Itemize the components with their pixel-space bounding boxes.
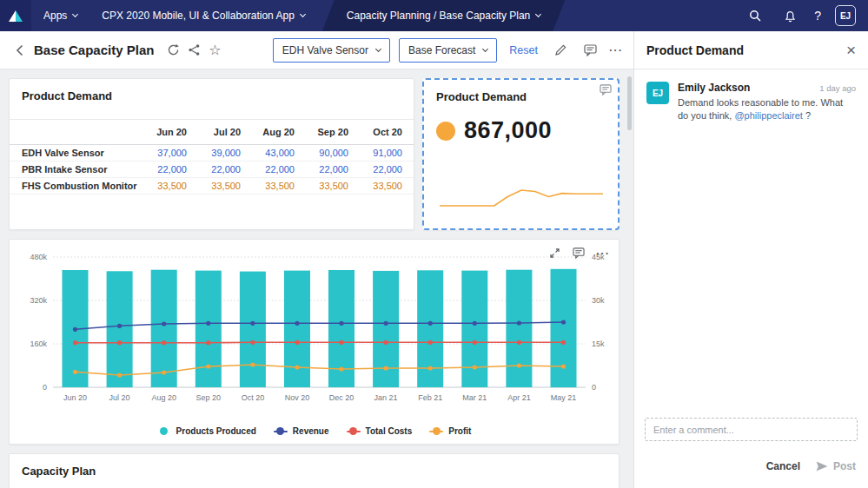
- page-selector-dropdown[interactable]: EDH Valve Sensor: [273, 38, 390, 63]
- svg-text:Feb 21: Feb 21: [418, 393, 442, 402]
- edit-pencil-icon[interactable]: [550, 40, 571, 61]
- post-button[interactable]: Post: [816, 460, 856, 472]
- column-header[interactable]: Oct 20: [355, 127, 409, 137]
- column-header[interactable]: Sep 20: [301, 127, 355, 137]
- table-cell[interactable]: 33,500: [301, 181, 355, 191]
- capacity-plan-card[interactable]: Capacity Plan: [9, 453, 620, 488]
- page-title: Base Capacity Plan: [34, 43, 154, 57]
- svg-text:Jun 20: Jun 20: [63, 393, 87, 402]
- comments-panel: Product Demand × EJ Emily Jackson 1 day …: [633, 31, 868, 488]
- row-label[interactable]: PBR Intake Sensor: [10, 164, 140, 175]
- chevron-down-icon: [375, 45, 381, 51]
- version-selector-dropdown[interactable]: Base Forecast: [399, 38, 497, 63]
- table-cell[interactable]: 37,000: [140, 148, 194, 158]
- column-header[interactable]: Jun 20: [140, 127, 194, 137]
- comment-mention[interactable]: @philippeclairet: [734, 110, 802, 121]
- legend-item[interactable]: Total Costs: [347, 426, 413, 436]
- vertical-scrollbar[interactable]: [627, 76, 632, 130]
- toolbar-controls: EDH Valve Sensor Base Forecast Reset ···: [273, 38, 623, 63]
- comments-panel-header: Product Demand ×: [634, 31, 868, 69]
- table-cell[interactable]: 33,500: [355, 181, 409, 191]
- legend-item[interactable]: Profit: [429, 426, 471, 436]
- kpi-value-row: 867,000: [424, 110, 618, 144]
- kpi-sparkline-chart: [436, 178, 606, 218]
- row-label[interactable]: FHS Combustion Monitor: [10, 181, 140, 191]
- svg-text:Mar 21: Mar 21: [462, 393, 487, 402]
- comment-badge-icon[interactable]: [572, 246, 586, 260]
- search-icon[interactable]: [745, 5, 765, 26]
- table-cell[interactable]: 22,000: [355, 164, 409, 175]
- comments-icon[interactable]: [580, 40, 600, 61]
- table-cell[interactable]: 43,000: [248, 148, 301, 158]
- help-icon[interactable]: ?: [814, 9, 821, 23]
- paper-plane-icon: [816, 461, 828, 472]
- legend-item[interactable]: Revenue: [274, 426, 329, 436]
- chart-card-actions: ···: [547, 246, 610, 260]
- combo-chart[interactable]: 00160k15k320k30k480k45kJun 20Jul 20Aug 2…: [10, 240, 620, 413]
- cancel-button[interactable]: Cancel: [766, 460, 800, 472]
- svg-text:160k: 160k: [30, 340, 47, 348]
- app-name-menu[interactable]: CPX 2020 Mobile, UI & Collaboration App: [89, 0, 316, 31]
- page-toolbar: Base Capacity Plan ☆ EDH Valve Sensor Ba…: [0, 31, 633, 69]
- more-options-icon[interactable]: ···: [596, 247, 610, 260]
- svg-text:0: 0: [592, 383, 596, 392]
- column-header[interactable]: Aug 20: [248, 127, 301, 137]
- share-icon[interactable]: [183, 40, 204, 61]
- row-label[interactable]: EDH Valve Sensor: [10, 148, 140, 158]
- card-title: Product Demand: [10, 79, 414, 109]
- back-button[interactable]: [10, 41, 29, 60]
- chevron-down-icon: [535, 11, 541, 17]
- table-cell[interactable]: 33,500: [194, 181, 248, 191]
- table-cell[interactable]: 90,000: [301, 148, 355, 158]
- table-cell[interactable]: 22,000: [301, 164, 355, 175]
- more-options-icon[interactable]: ···: [609, 43, 623, 56]
- svg-text:Sep 20: Sep 20: [196, 393, 222, 402]
- expand-icon[interactable]: [547, 246, 561, 260]
- table-cell[interactable]: 39,000: [194, 148, 248, 158]
- reset-button[interactable]: Reset: [509, 44, 538, 56]
- column-header[interactable]: Jul 20: [194, 127, 248, 137]
- comment-avatar: EJ: [646, 82, 669, 104]
- comment-input[interactable]: [645, 418, 858, 441]
- legend-label: Revenue: [293, 426, 329, 436]
- chevron-down-icon: [482, 45, 488, 51]
- apps-menu[interactable]: Apps: [31, 0, 89, 31]
- table-cell[interactable]: 22,000: [194, 164, 248, 175]
- comment-actions: Cancel Post: [766, 460, 856, 472]
- anaplan-logo-icon[interactable]: [0, 0, 31, 31]
- comments-panel-title: Product Demand: [646, 43, 846, 57]
- product-demand-table-card[interactable]: Product Demand Jun 20Jul 20Aug 20Sep 20O…: [9, 78, 414, 230]
- kpi-status-dot: [436, 122, 455, 141]
- svg-text:480k: 480k: [30, 253, 47, 261]
- refresh-icon[interactable]: [162, 40, 183, 61]
- comment-body: Emily Jackson 1 day ago Demand looks rea…: [678, 82, 856, 123]
- demand-table: Jun 20Jul 20Aug 20Sep 20Oct 20 EDH Valve…: [10, 119, 414, 195]
- notifications-bell-icon[interactable]: [779, 5, 800, 26]
- top-navbar: Apps CPX 2020 Mobile, UI & Collaboration…: [0, 0, 868, 31]
- svg-text:Jul 20: Jul 20: [109, 393, 130, 402]
- legend-label: Total Costs: [366, 426, 413, 436]
- table-cell[interactable]: 91,000: [355, 148, 409, 158]
- table-cell[interactable]: 22,000: [248, 164, 301, 175]
- close-icon[interactable]: ×: [846, 42, 856, 58]
- card-title: Capacity Plan: [10, 454, 619, 485]
- user-avatar[interactable]: EJ: [835, 5, 856, 26]
- app-name-label: CPX 2020 Mobile, UI & Collaboration App: [102, 10, 294, 22]
- page-breadcrumb-menu[interactable]: Capacity Planning / Base Capacity Plan: [322, 0, 565, 31]
- legend-marker-icon: [274, 427, 288, 436]
- product-demand-kpi-card[interactable]: Product Demand 867,000: [422, 78, 620, 230]
- legend-marker-icon: [347, 427, 361, 436]
- comment-text: Demand looks reasonable to me. What do y…: [678, 96, 856, 123]
- chart-legend: Products Produced Revenue Total Costs Pr…: [10, 426, 619, 436]
- version-selector-value: Base Forecast: [408, 44, 475, 56]
- table-cell[interactable]: 33,500: [140, 181, 194, 191]
- capacity-combo-chart-card[interactable]: ··· 00160k15k320k30k480k45kJun 20Jul 20A…: [9, 239, 620, 445]
- table-cell[interactable]: 22,000: [140, 164, 194, 175]
- table-cell[interactable]: 33,500: [248, 181, 301, 191]
- legend-item[interactable]: Products Produced: [157, 426, 256, 436]
- comment-badge-icon[interactable]: [600, 83, 612, 99]
- kpi-value: 867,000: [464, 117, 552, 144]
- page-selector-value: EDH Valve Sensor: [282, 44, 368, 56]
- favorite-star-icon[interactable]: ☆: [204, 40, 225, 61]
- svg-text:Dec 20: Dec 20: [329, 393, 354, 402]
